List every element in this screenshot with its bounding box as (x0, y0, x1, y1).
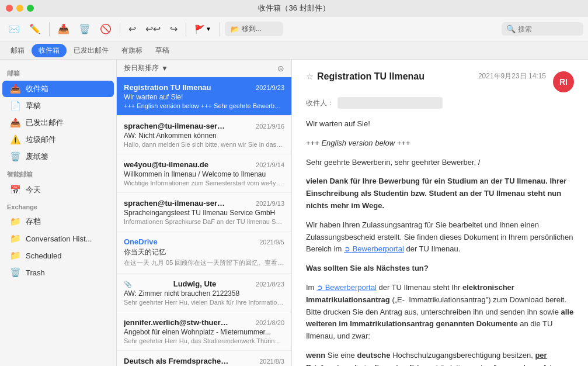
tab-draft[interactable]: 草稿 (149, 43, 175, 58)
email-item-4[interactable]: sprachen@tu-ilmenau-service.de 2021/9/13… (117, 193, 291, 232)
move-icon: 📂 (231, 25, 239, 33)
bewerberportal-link-1[interactable]: ➲ Bewerberportal (344, 244, 404, 253)
recipient-box (338, 97, 443, 109)
compose-button[interactable]: ✉️ (5, 21, 23, 37)
email-sender-1: Registration TU Ilmenau (124, 83, 211, 92)
email-item-8[interactable]: Deutsch als Fremdsprache an der... 2021/… (117, 351, 291, 366)
email-row5: OneDrive 2021/9/5 (124, 237, 284, 246)
junk-label: 垃圾邮件 (26, 134, 107, 145)
sidebar-item-scheduled[interactable]: 📁 Scheduled (2, 247, 114, 264)
email-subject-7: Angebot für einen Wohnplatz - Mieternumm… (124, 328, 284, 336)
email-list: 按日期排序 ▼ ⊜ Registration TU Ilmenau 2021/9… (117, 60, 292, 366)
archive-button[interactable]: 📥 (54, 21, 73, 37)
main-content: 邮箱 📥 收件箱 📄 草稿 📤 已发出邮件 ⚠️ 垃圾邮件 🗑️ 废纸篓 智能邮… (0, 60, 588, 366)
email-sender-3: we4you@tu-ilmenau.de (124, 160, 208, 169)
title-bar: 收件箱（36 封邮件） (0, 0, 588, 16)
sidebar-item-today[interactable]: 📅 今天 (2, 182, 114, 198)
email-date-4: 2021/9/13 (256, 200, 284, 207)
sidebar-item-junk[interactable]: ⚠️ 垃圾邮件 (2, 132, 114, 148)
search-input[interactable] (518, 25, 579, 33)
conv-hist-icon: 📁 (9, 233, 21, 244)
email-date-3: 2021/9/14 (256, 161, 284, 168)
email-item-7[interactable]: jennifer.werlich@stw-thueringe... 2021/8… (117, 312, 291, 351)
email-row6: 📎 Ludwig, Ute 2021/8/23 (124, 279, 284, 288)
forward-button[interactable]: ↪ (166, 21, 181, 37)
sidebar-section-smart: 智能邮箱 (0, 165, 116, 181)
draft-icon: 📄 (9, 101, 21, 111)
detail-subject: Registration TU Ilmenau (317, 71, 425, 82)
email-preview-5: 在这一天 九月 05 回顾你在这一天所留下的回忆。查看所有记忆 你的隐私很重要 … (124, 258, 284, 267)
email-sender-5: OneDrive (124, 237, 158, 246)
to-label: 收件人： (306, 98, 334, 108)
sent-label: 已发出邮件 (26, 118, 107, 128)
sidebar: 邮箱 📥 收件箱 📄 草稿 📤 已发出邮件 ⚠️ 垃圾邮件 🗑️ 废纸篓 智能邮… (0, 60, 117, 366)
trash2-icon: 🗑️ (9, 267, 21, 278)
toolbar-divider-4 (220, 22, 220, 36)
draft-label: 草稿 (26, 101, 107, 111)
junk-icon: ⚠️ (9, 134, 21, 145)
sidebar-item-inbox[interactable]: 📥 收件箱 (2, 81, 114, 97)
email-row3: we4you@tu-ilmenau.de 2021/9/14 (124, 160, 284, 169)
email-item-3[interactable]: we4you@tu-ilmenau.de 2021/9/14 Willkomme… (117, 154, 291, 193)
email-preview-1: +++ English version below +++ Sehr geehr… (124, 102, 284, 109)
tab-mailbox[interactable]: 邮箱 (5, 43, 30, 58)
detail-title-container: ☆ Registration TU Ilmenau (306, 71, 478, 82)
email-date-1: 2021/9/23 (256, 84, 284, 91)
close-button[interactable] (6, 5, 13, 12)
email-preview-7: Sehr geehrter Herr Hu, das Studierendenw… (124, 337, 284, 344)
email-list-header: 按日期排序 ▼ ⊜ (117, 60, 291, 77)
body-para-4: wenn Sie eine deutsche Hochschulzugangsb… (306, 350, 574, 366)
sort-button[interactable]: 按日期排序 ▼ (124, 63, 168, 73)
body-line-3: Sehr geehrte Bewerberin, sehr geehrter B… (306, 157, 574, 169)
email-item-1[interactable]: Registration TU Ilmenau 2021/9/23 Wir wa… (117, 77, 291, 116)
delete-button[interactable]: 🗑️ (75, 21, 94, 37)
filter-icon[interactable]: ⊜ (277, 64, 284, 73)
sidebar-item-sent[interactable]: 📤 已发出邮件 (2, 115, 114, 131)
email-subject-3: Willkommen in Ilmenau / Welcome to Ilmen… (124, 170, 284, 178)
email-date-6: 2021/8/23 (256, 281, 284, 288)
inbox-label: 收件箱 (26, 84, 107, 94)
email-date-5: 2021/9/5 (259, 239, 284, 246)
email-item-2[interactable]: sprachen@tu-ilmenau-service.de 2021/9/16… (117, 116, 291, 154)
sidebar-item-archive[interactable]: 📁 存档 (2, 213, 114, 230)
sidebar-item-conv-hist[interactable]: 📁 Conversation Hist... (2, 230, 114, 247)
email-subject-2: AW: Nicht Ankommen können (124, 132, 284, 140)
reply-all-button[interactable]: ↩↩ (142, 21, 164, 37)
email-subject-4: Spracheingangsteest TU Ilmenau Service G… (124, 209, 284, 217)
email-sender-7: jennifer.werlich@stw-thueringe... (124, 318, 229, 327)
email-item-5[interactable]: OneDrive 2021/9/5 你当天的记忆 在这一天 九月 05 回顾你在… (117, 232, 291, 274)
attachment-icon-6: 📎 (124, 281, 132, 288)
bewerberportal-link-2[interactable]: ➲ Bewerberportal (316, 283, 377, 292)
sort-direction-icon: ▼ (161, 64, 168, 72)
email-preview-6: Sehr geehrter Herr Hu, vielen Dank für I… (124, 299, 284, 306)
star-button[interactable]: ☆ (306, 72, 314, 81)
sidebar-section-mailbox: 邮箱 (0, 64, 116, 80)
junk-button[interactable]: 🚫 (96, 21, 115, 37)
new-message-button[interactable]: ✏️ (26, 21, 44, 37)
trash-icon: 🗑️ (9, 151, 21, 162)
tab-inbox[interactable]: 收件箱 (32, 44, 67, 57)
tab-flagged[interactable]: 有旗标 (116, 43, 148, 58)
sidebar-item-draft[interactable]: 📄 草稿 (2, 98, 114, 114)
sidebar-item-trash[interactable]: 🗑️ 废纸篓 (2, 149, 114, 165)
window-controls (6, 5, 34, 12)
email-subject-1: Wir warten auf Sie! (124, 93, 284, 101)
toolbar-divider-1 (49, 22, 50, 36)
detail-body: Wir warten auf Sie! +++ English version … (306, 118, 574, 366)
flag-button[interactable]: 🚩 ▼ (191, 22, 215, 36)
body-para-2: Wir haben Ihren Zulassungsantrag für Sie… (306, 219, 574, 255)
email-item-6[interactable]: 📎 Ludwig, Ute 2021/8/23 AW: Zimmer nicht… (117, 274, 291, 312)
avatar: RI (553, 71, 574, 92)
move-button[interactable]: 📂 移到... (225, 22, 283, 36)
email-subject-5: 你当天的记忆 (124, 247, 284, 257)
maximize-button[interactable] (27, 5, 34, 12)
email-date-8: 2021/8/3 (259, 358, 284, 365)
minimize-button[interactable] (16, 5, 23, 12)
email-row8: Deutsch als Fremdsprache an der... 2021/… (124, 357, 284, 365)
email-row7: jennifer.werlich@stw-thueringe... 2021/8… (124, 318, 284, 327)
reply-button[interactable]: ↩ (125, 21, 140, 37)
body-para-3: Im ➲ Bewerberportal der TU Ilmenau steht… (306, 282, 574, 343)
tab-sent[interactable]: 已发出邮件 (68, 43, 114, 58)
inbox-icon: 📥 (9, 84, 21, 94)
sidebar-item-trash2[interactable]: 🗑️ Trash (2, 264, 114, 281)
